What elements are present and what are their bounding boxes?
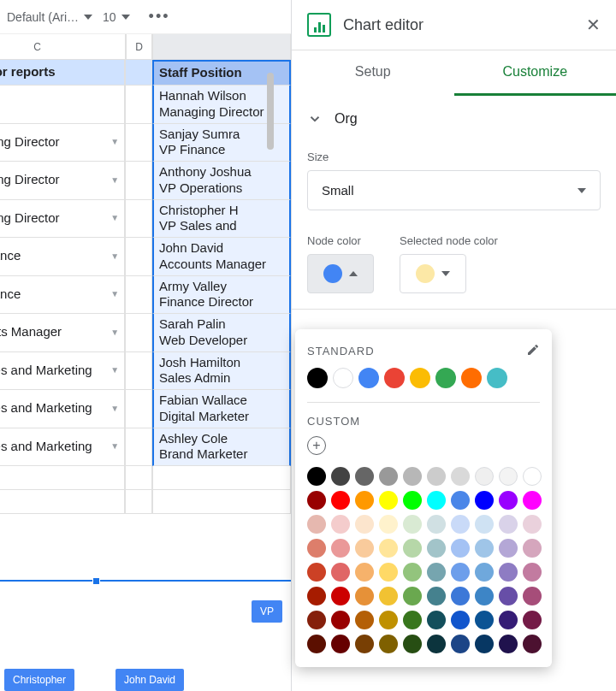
color-swatch[interactable] bbox=[355, 587, 374, 605]
size-select[interactable]: Small bbox=[307, 170, 601, 210]
color-swatch[interactable] bbox=[475, 635, 494, 653]
color-swatch[interactable] bbox=[403, 563, 422, 582]
color-swatch[interactable] bbox=[403, 491, 422, 510]
color-swatch[interactable] bbox=[451, 467, 470, 486]
color-swatch[interactable] bbox=[331, 635, 350, 653]
color-swatch[interactable] bbox=[427, 563, 446, 582]
color-swatch[interactable] bbox=[331, 515, 350, 534]
table-row[interactable]: Managing Director▼ Christopher H VP Sale… bbox=[0, 200, 291, 239]
color-swatch[interactable] bbox=[499, 491, 518, 510]
section-org-header[interactable]: Org bbox=[292, 96, 616, 142]
org-chart-preview[interactable]: VP Christopher John David bbox=[0, 580, 291, 691]
color-swatch[interactable] bbox=[451, 539, 470, 558]
color-swatch[interactable] bbox=[451, 515, 470, 534]
color-swatch[interactable] bbox=[499, 563, 518, 582]
color-swatch[interactable] bbox=[355, 491, 374, 510]
data-validation-icon[interactable]: ▼ bbox=[105, 289, 119, 300]
color-swatch[interactable] bbox=[451, 587, 470, 605]
cell[interactable]: Superior reports bbox=[0, 60, 125, 86]
color-swatch[interactable] bbox=[379, 491, 398, 510]
color-swatch[interactable] bbox=[307, 635, 326, 653]
color-swatch[interactable] bbox=[331, 611, 350, 629]
color-swatch[interactable] bbox=[523, 563, 542, 582]
table-row[interactable]: VP Sales and Marketing▼ Fabian Wallace D… bbox=[0, 390, 291, 428]
more-toolbar-button[interactable]: ••• bbox=[140, 8, 179, 26]
color-swatch[interactable] bbox=[379, 611, 398, 629]
color-swatch[interactable] bbox=[384, 368, 405, 388]
cell[interactable]: VP Finance▼ bbox=[0, 276, 125, 315]
color-swatch[interactable] bbox=[355, 563, 374, 582]
color-swatch[interactable] bbox=[333, 368, 353, 388]
color-swatch[interactable] bbox=[523, 587, 542, 605]
color-swatch[interactable] bbox=[487, 368, 507, 388]
table-row[interactable]: VP Sales and Marketing▼ Josh Hamilton Sa… bbox=[0, 352, 291, 391]
table-row[interactable]: Accounts Manager▼ Sarah Palin Web Develo… bbox=[0, 314, 291, 352]
column-header-d[interactable]: D bbox=[126, 34, 152, 60]
font-size-select[interactable]: 10 bbox=[103, 10, 130, 24]
color-swatch[interactable] bbox=[427, 491, 446, 510]
color-swatch[interactable] bbox=[379, 563, 398, 582]
color-swatch[interactable] bbox=[358, 368, 379, 388]
color-swatch[interactable] bbox=[523, 515, 542, 534]
cell[interactable] bbox=[125, 352, 152, 391]
cell[interactable] bbox=[125, 466, 152, 490]
data-validation-icon[interactable]: ▼ bbox=[105, 251, 119, 263]
data-validation-icon[interactable]: ▼ bbox=[105, 404, 119, 415]
cell[interactable]: Sarah Palin Web Developer bbox=[152, 314, 291, 352]
edit-pencil-icon[interactable] bbox=[526, 343, 540, 359]
cell[interactable]: Fabian Wallace Digital Marketer bbox=[152, 390, 291, 428]
cell[interactable] bbox=[0, 86, 125, 124]
color-swatch[interactable] bbox=[451, 611, 470, 629]
color-swatch[interactable] bbox=[355, 539, 374, 558]
cell[interactable]: Managing Director▼ bbox=[0, 200, 125, 239]
color-swatch[interactable] bbox=[379, 587, 398, 605]
color-swatch[interactable] bbox=[307, 611, 326, 629]
table-row[interactable]: Managing Director▼ Sanjay Sumra VP Finan… bbox=[0, 124, 291, 162]
data-validation-icon[interactable]: ▼ bbox=[105, 328, 119, 339]
color-swatch[interactable] bbox=[475, 491, 494, 510]
org-chart-node[interactable]: Christopher bbox=[4, 669, 74, 691]
cell[interactable] bbox=[125, 60, 152, 86]
color-swatch[interactable] bbox=[451, 491, 470, 510]
close-panel-button[interactable]: ✕ bbox=[586, 15, 601, 35]
cell[interactable] bbox=[125, 124, 152, 162]
color-swatch[interactable] bbox=[499, 539, 518, 558]
color-swatch[interactable] bbox=[307, 491, 326, 510]
color-swatch[interactable] bbox=[427, 539, 446, 558]
color-swatch[interactable] bbox=[355, 611, 374, 629]
color-swatch[interactable] bbox=[523, 539, 542, 558]
color-swatch[interactable] bbox=[355, 635, 374, 653]
color-swatch[interactable] bbox=[403, 539, 422, 558]
color-swatch[interactable] bbox=[427, 587, 446, 605]
cell[interactable] bbox=[125, 86, 152, 124]
color-swatch[interactable] bbox=[379, 539, 398, 558]
selection-handle[interactable] bbox=[92, 577, 100, 585]
data-validation-icon[interactable]: ▼ bbox=[105, 137, 119, 148]
color-swatch[interactable] bbox=[461, 368, 482, 388]
color-swatch[interactable] bbox=[403, 587, 422, 605]
cell[interactable] bbox=[152, 490, 291, 514]
cell[interactable] bbox=[0, 490, 125, 514]
cell[interactable] bbox=[125, 390, 152, 428]
color-swatch[interactable] bbox=[523, 467, 542, 486]
color-swatch[interactable] bbox=[499, 611, 518, 629]
cell[interactable] bbox=[125, 238, 152, 276]
cell[interactable] bbox=[152, 466, 291, 490]
table-row[interactable]: VP Finance▼ John David Accounts Manager bbox=[0, 238, 291, 276]
color-swatch[interactable] bbox=[435, 368, 456, 388]
color-swatch[interactable] bbox=[427, 467, 446, 486]
color-swatch[interactable] bbox=[475, 587, 494, 605]
color-swatch[interactable] bbox=[499, 515, 518, 534]
color-swatch[interactable] bbox=[475, 539, 494, 558]
cell[interactable]: VP Sales and Marketing▼ bbox=[0, 390, 125, 428]
color-swatch[interactable] bbox=[331, 539, 350, 558]
cell[interactable] bbox=[125, 200, 152, 239]
color-swatch[interactable] bbox=[355, 467, 374, 486]
cell[interactable]: John David Accounts Manager bbox=[152, 238, 291, 276]
add-custom-color-button[interactable]: + bbox=[307, 436, 326, 455]
cell[interactable] bbox=[125, 428, 152, 467]
cell[interactable]: VP Sales and Marketing▼ bbox=[0, 428, 125, 467]
color-swatch[interactable] bbox=[403, 635, 422, 653]
table-row[interactable]: VP Finance▼ Army Valley Finance Director bbox=[0, 276, 291, 315]
color-swatch[interactable] bbox=[379, 515, 398, 534]
